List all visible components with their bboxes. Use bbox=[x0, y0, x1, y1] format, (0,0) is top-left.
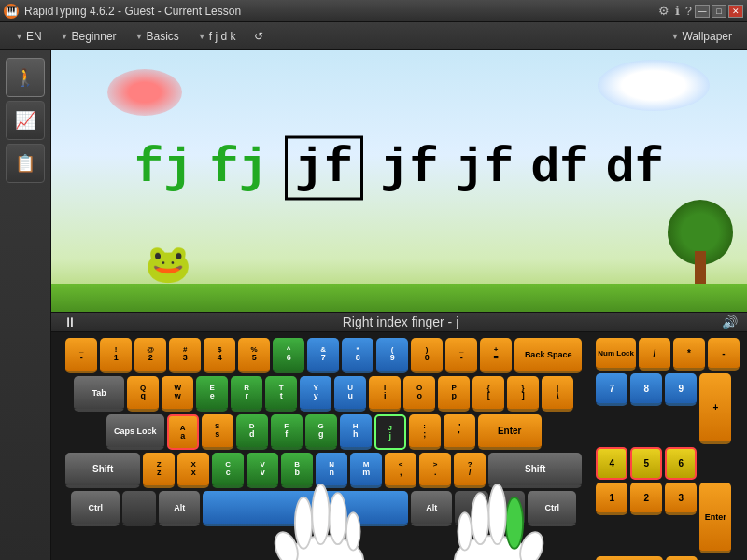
key-quote[interactable]: "' bbox=[444, 414, 475, 450]
key-j[interactable]: Jj bbox=[374, 414, 406, 450]
pause-button[interactable]: ⏸ bbox=[61, 313, 79, 331]
key-alt-left[interactable]: Alt bbox=[159, 491, 200, 526]
key-0[interactable]: )0 bbox=[411, 338, 443, 373]
key-num-7[interactable]: 7 bbox=[596, 373, 627, 406]
key-shift-right[interactable]: Shift bbox=[488, 453, 582, 488]
key-slash[interactable]: ?/ bbox=[454, 453, 486, 488]
key-b[interactable]: Bb bbox=[281, 453, 313, 488]
keyboard-row-1: _- !1 @2 #3 $4 %5 ^6 &7 *8 (9 )0 _- bbox=[59, 338, 588, 373]
key-h[interactable]: Hh bbox=[340, 414, 372, 450]
controls-bar: ⏸ Right index finger - j 🔊 bbox=[51, 312, 747, 332]
key-num-plus[interactable]: + bbox=[699, 373, 731, 444]
key-1[interactable]: !1 bbox=[100, 338, 132, 373]
numpad-row-4: 1 2 3 Enter bbox=[596, 483, 740, 553]
key-x[interactable]: Xx bbox=[177, 453, 209, 488]
key-num-star[interactable]: * bbox=[673, 338, 705, 371]
sidebar-item-lesson[interactable]: 🚶 bbox=[6, 58, 45, 97]
key-y[interactable]: Yy bbox=[300, 376, 331, 412]
key-win-left[interactable] bbox=[122, 491, 156, 526]
key-lbracket[interactable]: {[ bbox=[472, 376, 504, 412]
key-menu[interactable] bbox=[491, 491, 525, 526]
info-icon[interactable]: ℹ bbox=[675, 4, 680, 18]
key-g[interactable]: Gg bbox=[305, 414, 337, 450]
close-button[interactable]: ✕ bbox=[728, 5, 743, 18]
key-num-4[interactable]: 4 bbox=[596, 447, 627, 480]
key-num-6[interactable]: 6 bbox=[665, 447, 697, 480]
key-num-1[interactable]: 1 bbox=[596, 483, 627, 515]
key-ctrl-left[interactable]: Ctrl bbox=[71, 491, 120, 526]
key-space[interactable] bbox=[203, 491, 408, 526]
key-num-8[interactable]: 8 bbox=[630, 373, 662, 406]
sidebar-item-courses[interactable]: 📋 bbox=[6, 144, 45, 183]
key-5[interactable]: %5 bbox=[238, 338, 270, 373]
key-enter[interactable]: Enter bbox=[478, 414, 542, 450]
key-comma[interactable]: <, bbox=[385, 453, 416, 488]
wallpaper-menu[interactable]: ▼ Wallpaper bbox=[664, 27, 740, 46]
key-3[interactable]: #3 bbox=[169, 338, 201, 373]
key-tab[interactable]: Tab bbox=[74, 376, 124, 412]
key-numlock[interactable]: Num Lock bbox=[596, 338, 636, 371]
key-semicolon[interactable]: :; bbox=[409, 414, 441, 450]
key-num-minus[interactable]: - bbox=[708, 338, 740, 371]
keyboard-row-3: Caps Lock Aa Ss Dd Ff Gg Hh Jj :; "' Ent… bbox=[59, 414, 588, 450]
key-v[interactable]: Vv bbox=[247, 453, 278, 488]
refresh-button[interactable]: ↺ bbox=[247, 27, 271, 46]
key-z[interactable]: Zz bbox=[143, 453, 175, 488]
key-c[interactable]: Cc bbox=[212, 453, 244, 488]
help-icon[interactable]: ? bbox=[685, 4, 692, 18]
key-e[interactable]: Ee bbox=[196, 376, 228, 412]
key-dash[interactable]: _- bbox=[445, 338, 477, 373]
key-n[interactable]: Nn bbox=[316, 453, 347, 488]
key-alt-right[interactable]: Alt bbox=[411, 491, 452, 526]
key-6[interactable]: ^6 bbox=[273, 338, 304, 373]
key-capslock[interactable]: Caps Lock bbox=[106, 414, 164, 450]
typing-text-row: fj fj jf jf jf df df bbox=[51, 136, 747, 201]
key-u[interactable]: Uu bbox=[334, 376, 366, 412]
key-7[interactable]: &7 bbox=[307, 338, 339, 373]
key-9[interactable]: (9 bbox=[376, 338, 408, 373]
key-d[interactable]: Dd bbox=[236, 414, 268, 450]
sidebar-item-stats[interactable]: 📈 bbox=[6, 101, 45, 140]
key-q[interactable]: Qq bbox=[127, 376, 159, 412]
lesson-menu[interactable]: ▼ f j d k bbox=[190, 27, 244, 46]
key-s[interactable]: Ss bbox=[202, 414, 233, 450]
key-win-right[interactable] bbox=[455, 491, 488, 526]
key-shift-left[interactable]: Shift bbox=[65, 453, 140, 488]
key-p[interactable]: Pp bbox=[438, 376, 470, 412]
key-period[interactable]: >. bbox=[419, 453, 451, 488]
settings-icon[interactable]: ⚙ bbox=[658, 4, 669, 18]
key-num-5[interactable]: 5 bbox=[630, 447, 662, 480]
key-2[interactable]: @2 bbox=[134, 338, 166, 373]
key-num-dot[interactable]: . bbox=[666, 556, 698, 560]
key-num-2[interactable]: 2 bbox=[630, 483, 662, 515]
key-equals[interactable]: += bbox=[480, 338, 512, 373]
key-num-0[interactable]: 0 bbox=[596, 556, 663, 560]
keyboard-wrapper: _- !1 @2 #3 $4 %5 ^6 &7 *8 (9 )0 _- bbox=[51, 332, 747, 560]
key-rbracket[interactable]: }] bbox=[507, 376, 539, 412]
key-w[interactable]: Ww bbox=[162, 376, 193, 412]
key-backspace[interactable]: Back Space bbox=[514, 338, 582, 373]
cloud-right-decor bbox=[598, 60, 710, 111]
key-i[interactable]: Ii bbox=[369, 376, 401, 412]
key-num-enter[interactable]: Enter bbox=[699, 483, 731, 553]
key-num-3[interactable]: 3 bbox=[665, 483, 697, 515]
minimize-button[interactable]: — bbox=[695, 5, 710, 18]
key-o[interactable]: Oo bbox=[403, 376, 435, 412]
key-r[interactable]: Rr bbox=[231, 376, 262, 412]
language-menu[interactable]: ▼ EN bbox=[7, 27, 49, 46]
key-4[interactable]: $4 bbox=[204, 338, 235, 373]
level-menu[interactable]: ▼ Beginner bbox=[53, 27, 124, 46]
volume-button[interactable]: 🔊 bbox=[722, 315, 738, 329]
course-menu[interactable]: ▼ Basics bbox=[128, 27, 187, 46]
key-num-slash[interactable]: / bbox=[639, 338, 670, 371]
key-minus[interactable]: _- bbox=[65, 338, 97, 373]
key-a[interactable]: Aa bbox=[167, 414, 199, 450]
key-ctrl-right[interactable]: Ctrl bbox=[528, 491, 576, 526]
key-t[interactable]: Tt bbox=[265, 376, 297, 412]
key-m[interactable]: Mm bbox=[350, 453, 382, 488]
key-backslash[interactable]: |\ bbox=[542, 376, 573, 412]
key-8[interactable]: *8 bbox=[342, 338, 374, 373]
maximize-button[interactable]: □ bbox=[712, 5, 726, 18]
key-num-9[interactable]: 9 bbox=[665, 373, 697, 406]
key-f[interactable]: Ff bbox=[271, 414, 303, 450]
